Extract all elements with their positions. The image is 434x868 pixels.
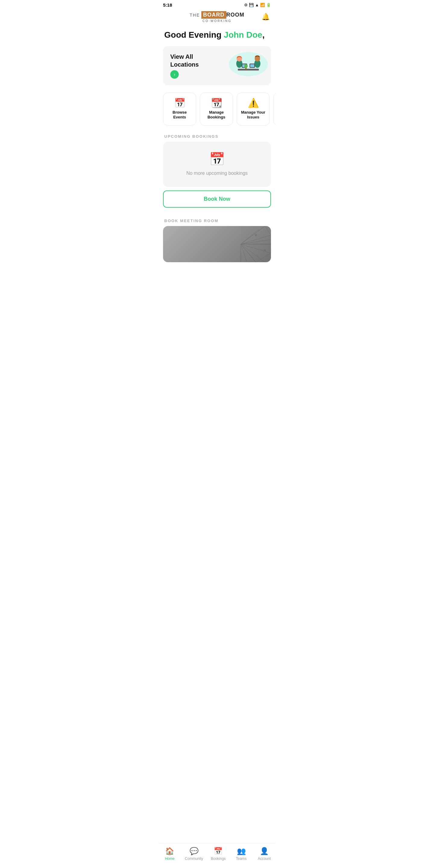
manage-issues-card[interactable]: ⚠️ Manage Your Issues xyxy=(237,93,270,126)
manage-issues-label: Manage Your Issues xyxy=(240,110,267,119)
notification-button[interactable]: 🔔 xyxy=(260,11,271,22)
battery-icon: 🔋 xyxy=(266,3,271,7)
banner-text: View All Locations › xyxy=(170,53,223,79)
meeting-room-header: BOOK MEETING ROOM xyxy=(158,214,276,226)
status-icons: ⚙ 💾 ▲ 📶 🔋 xyxy=(244,3,271,7)
svg-rect-8 xyxy=(250,64,254,67)
svg-line-14 xyxy=(241,244,271,253)
browse-events-card[interactable]: 📅 Browse Events xyxy=(163,93,196,126)
svg-line-15 xyxy=(241,244,265,262)
meeting-room-pattern-icon xyxy=(211,226,271,262)
svg-point-10 xyxy=(244,64,248,68)
logo-coworking: CO·WORKING xyxy=(190,19,244,23)
logo-the: THE xyxy=(190,13,200,18)
view-all-locations-banner[interactable]: View All Locations › xyxy=(163,46,271,85)
manage-documents-card[interactable]: 📋 Manage Documents xyxy=(273,93,276,126)
svg-point-25 xyxy=(264,250,266,251)
greeting-suffix: , xyxy=(262,30,265,39)
manage-issues-icon: ⚠️ xyxy=(248,98,259,107)
coworking-illustration xyxy=(229,52,268,76)
status-time: 5:18 xyxy=(163,2,172,7)
sim-icon: 💾 xyxy=(249,3,254,7)
booking-empty-text: No more upcoming bookings xyxy=(186,170,248,177)
settings-icon: ⚙ xyxy=(244,3,248,7)
illustration-bg xyxy=(229,52,268,76)
logo-room: ROOM xyxy=(226,12,244,18)
logo-board: BOARD xyxy=(201,11,226,19)
manage-bookings-icon: 📆 xyxy=(211,98,222,107)
quick-actions: 📅 Browse Events 📆 Manage Bookings ⚠️ Man… xyxy=(158,89,276,129)
banner-arrow[interactable]: › xyxy=(170,70,179,79)
book-now-button[interactable]: Book Now xyxy=(163,190,271,208)
banner-title-line2: Locations xyxy=(170,61,223,68)
app-header: THE BOARD ROOM CO·WORKING 🔔 xyxy=(158,9,276,25)
booking-empty-card: 📅 No more upcoming bookings xyxy=(163,142,271,187)
meeting-room-section: BOOK MEETING ROOM xyxy=(158,214,276,286)
manage-bookings-label: Manage Bookings xyxy=(203,110,230,119)
manage-bookings-card[interactable]: 📆 Manage Bookings xyxy=(200,93,233,126)
banner-illustration xyxy=(223,52,265,79)
browse-events-icon: 📅 xyxy=(174,98,185,107)
browse-events-label: Browse Events xyxy=(166,110,193,119)
svg-marker-22 xyxy=(241,244,271,262)
book-now-label: Book Now xyxy=(204,196,230,202)
svg-rect-0 xyxy=(238,69,259,70)
booking-empty-calendar-icon: 📅 xyxy=(209,152,225,166)
greeting-prefix: Good Evening xyxy=(164,30,224,39)
greeting-name: John Doe xyxy=(224,30,262,39)
status-bar: 5:18 ⚙ 💾 ▲ 📶 🔋 xyxy=(158,0,276,9)
logo: THE BOARD ROOM CO·WORKING xyxy=(190,11,244,23)
greeting: Good Evening John Doe, xyxy=(158,25,276,42)
svg-line-12 xyxy=(241,235,271,244)
banner-title-line1: View All xyxy=(170,53,223,61)
meeting-room-preview[interactable] xyxy=(163,226,271,262)
svg-point-24 xyxy=(255,234,257,236)
signal-icon: 📶 xyxy=(260,3,265,7)
svg-line-17 xyxy=(241,244,247,262)
svg-marker-23 xyxy=(241,244,256,262)
upcoming-bookings-header: UPCOMING BOOKINGS xyxy=(158,129,276,142)
bell-icon: 🔔 xyxy=(261,13,270,21)
wifi-icon: ▲ xyxy=(255,3,259,7)
